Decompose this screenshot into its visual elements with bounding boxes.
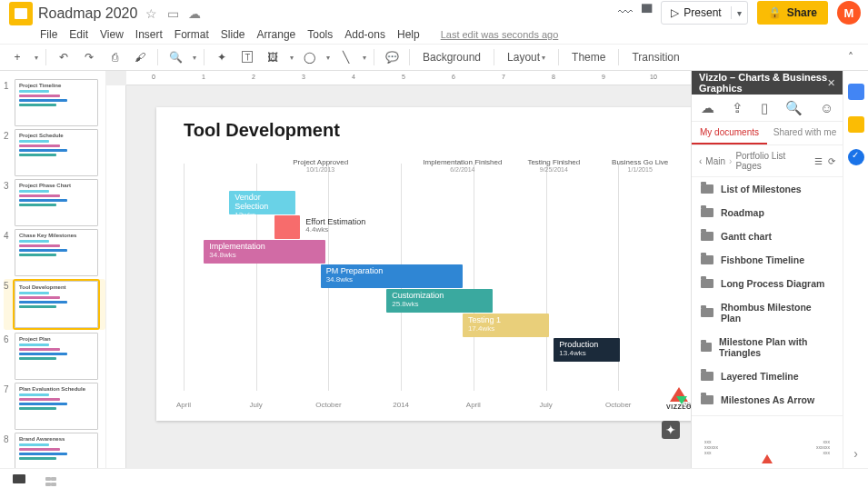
slide-thumbnail-6[interactable]: 6 Project Plan	[4, 333, 105, 380]
slide-canvas-area[interactable]: 01234567891011 Tool Development AprilJul…	[106, 71, 691, 468]
cloud-icon[interactable]: ☁	[188, 6, 201, 21]
account-avatar[interactable]: M	[837, 1, 861, 25]
slide-thumbnail-8[interactable]: 8 Brand Awareness	[4, 433, 105, 468]
slide-thumbnail-5[interactable]: 5 Tool Development	[4, 279, 105, 330]
vizzlo-folder-item[interactable]: Gantt chart	[692, 224, 843, 248]
slide-number: 4	[4, 231, 9, 241]
zoom-button[interactable]: 🔍	[165, 47, 185, 67]
vizzlo-folder-item[interactable]: Layered Timeline	[692, 364, 843, 388]
shape-tool[interactable]: ◯	[299, 47, 319, 67]
explore-button[interactable]: ✦	[662, 421, 680, 439]
menu-slide[interactable]: Slide	[221, 28, 245, 41]
vizzlo-folder-item[interactable]: Long Process Diagram	[692, 272, 843, 295]
slide-number: 6	[4, 334, 9, 344]
filmstrip-view-icon[interactable]	[13, 474, 25, 483]
tasks-icon[interactable]	[848, 149, 864, 165]
layout-label: Layout	[507, 51, 540, 64]
comment-tool[interactable]: 💬	[382, 47, 402, 67]
theme-button[interactable]: Theme	[566, 47, 611, 67]
close-icon[interactable]: ✕	[827, 77, 835, 89]
upload-icon[interactable]: ⇪	[732, 100, 743, 116]
vizzlo-folder-item[interactable]: Fishbone Timeline	[692, 248, 843, 272]
slide-thumbnail-4[interactable]: 4 Chase Key Milestones	[4, 229, 105, 276]
slide-thumbnail-7[interactable]: 7 Plan Evaluation Schedule	[4, 383, 105, 430]
slide-thumbnail-1[interactable]: 1 Project Timeline	[4, 79, 105, 126]
present-button[interactable]: ▷Present ▾	[661, 1, 747, 25]
menu-insert[interactable]: Insert	[135, 28, 163, 41]
profile-icon[interactable]: ☺	[820, 100, 833, 115]
slide[interactable]: Tool Development AprilJulyOctober2014Apr…	[156, 107, 691, 421]
comments-icon[interactable]: ▀	[642, 5, 652, 21]
vizzlo-item-label: List of Milestones	[721, 184, 802, 194]
tab-my-documents[interactable]: My documents	[692, 122, 767, 144]
refresh-icon[interactable]: ⟳	[828, 156, 835, 166]
document-title[interactable]: Roadmap 2020	[38, 5, 137, 22]
search-icon[interactable]: 🔍	[785, 100, 803, 116]
redo-button[interactable]: ↷	[79, 47, 99, 67]
grid-view-icon[interactable]	[45, 477, 51, 481]
menu-format[interactable]: Format	[175, 28, 209, 41]
layout-button[interactable]: Layout▾	[502, 47, 551, 67]
slides-logo[interactable]	[9, 2, 33, 25]
slide-thumbnail-2[interactable]: 2 Project Schedule	[4, 129, 105, 176]
select-tool[interactable]: ✦	[212, 47, 232, 67]
calendar-icon[interactable]	[848, 84, 864, 100]
vizzlo-logo-text: VIZZLO	[663, 403, 691, 410]
slide-title: Tool Development	[184, 120, 340, 141]
slide-thumbnail-3[interactable]: 3 Project Phase Chart	[4, 179, 105, 226]
gantt-bar: Production13.4wks	[554, 338, 620, 362]
new-slide-button[interactable]: +	[7, 47, 27, 67]
gantt-chart: AprilJulyOctober2014AprilJulyOctober2015…	[184, 164, 691, 409]
menu-edit[interactable]: Edit	[69, 28, 88, 41]
paint-format-button[interactable]: 🖌	[130, 47, 150, 67]
vizzlo-folder-item[interactable]: Milestones As Arrow	[692, 388, 843, 412]
breadcrumb-root[interactable]: Main	[705, 156, 725, 166]
x-axis-label: April	[466, 401, 481, 409]
share-button[interactable]: 🔒 Share	[757, 1, 828, 25]
keep-icon[interactable]	[848, 116, 864, 133]
menu-tools[interactable]: Tools	[307, 28, 333, 41]
slide-number: 7	[4, 384, 9, 394]
breadcrumb-current: Portfolio List Pages	[735, 151, 811, 171]
vizzlo-folder-item[interactable]: Rhombus Milestone Plan	[692, 295, 843, 330]
x-axis-label: October	[605, 401, 631, 409]
line-tool[interactable]: ╲	[335, 47, 355, 67]
move-icon[interactable]: ▭	[167, 6, 179, 21]
undo-button[interactable]: ↶	[54, 47, 74, 67]
transition-button[interactable]: Transition	[626, 47, 684, 67]
breadcrumb-back-icon[interactable]: ‹	[699, 156, 702, 166]
collapse-rail-icon[interactable]: ›	[853, 446, 858, 461]
menu-view[interactable]: View	[100, 28, 124, 41]
star-icon[interactable]: ☆	[145, 6, 157, 21]
last-edit-link[interactable]: Last edit was seconds ago	[441, 29, 559, 40]
gantt-bar: Testing 117.4wks	[463, 314, 549, 337]
x-axis-label: April	[176, 401, 191, 409]
vizzlo-document-list[interactable]: List of MilestonesRoadmapGantt chartFish…	[692, 177, 843, 415]
toolbar-up-icon[interactable]: ˄	[841, 47, 861, 67]
side-rail: ›	[843, 71, 868, 468]
menu-addons[interactable]: Add-ons	[344, 28, 385, 41]
phone-icon[interactable]: ▯	[761, 100, 768, 116]
vizzlo-sidebar: Vizzlo – Charts & Business Graphics ✕ ☁ …	[691, 71, 843, 468]
menu-file[interactable]: File	[40, 28, 57, 41]
x-axis-label: 2014	[393, 401, 409, 409]
vizzlo-folder-item[interactable]: Roadmap	[692, 201, 843, 224]
present-dropdown[interactable]: ▾	[732, 8, 747, 18]
vizzlo-folder-item[interactable]: Milestone Plan with Triangles	[692, 330, 843, 364]
vizzlo-folder-item[interactable]: List of Milestones	[692, 177, 843, 201]
present-label: Present	[683, 6, 721, 19]
vizzlo-item-label: Roadmap	[721, 207, 764, 218]
menu-arrange[interactable]: Arrange	[257, 28, 296, 41]
list-view-icon[interactable]: ☰	[814, 156, 823, 166]
textbox-tool[interactable]: 🅃	[237, 47, 257, 67]
menu-help[interactable]: Help	[397, 28, 420, 41]
background-button[interactable]: Background	[417, 47, 486, 67]
image-tool[interactable]: 🖼	[263, 47, 283, 67]
menu-bar: File Edit View Insert Format Slide Arran…	[0, 25, 868, 44]
cloud-icon[interactable]: ☁	[701, 100, 714, 116]
print-button[interactable]: ⎙	[105, 47, 125, 67]
folder-icon	[701, 255, 713, 264]
slide-filmstrip[interactable]: 1 Project Timeline 2 Project Schedule 3 …	[0, 71, 106, 468]
trend-icon[interactable]: 〰	[618, 5, 633, 21]
tab-shared[interactable]: Shared with me	[767, 122, 843, 144]
